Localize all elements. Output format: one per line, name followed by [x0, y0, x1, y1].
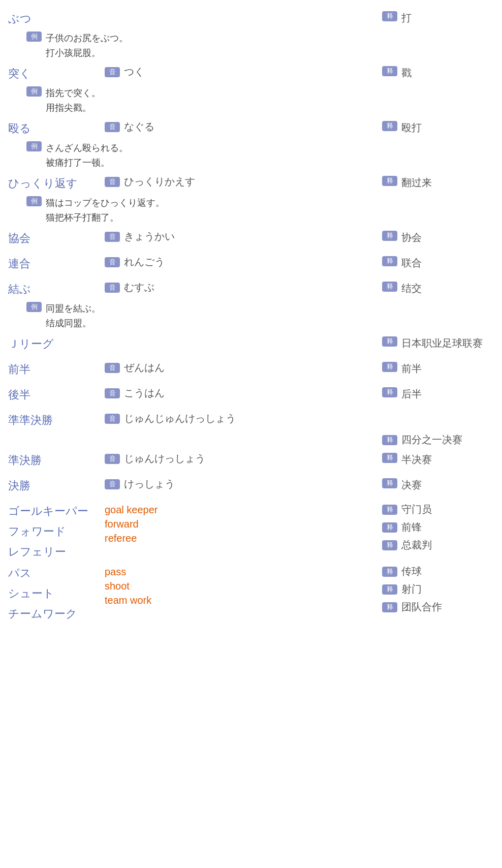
on-badge-kohan: 音 — [105, 388, 120, 398]
kanji-goalkeeper: ゴールキーパー — [8, 503, 105, 519]
kanji-group-col: ゴールキーパー フォワード レフェリー — [8, 503, 105, 560]
right-kohan: 释 后半 — [382, 386, 494, 401]
center-tsuku: 音 つく — [105, 65, 382, 79]
center-zenhan: 音 ぜんはん — [105, 361, 382, 375]
meaning-kessho: 决赛 — [401, 478, 422, 492]
entry-junketsu: 準決勝 音 じゅんけっしょう 释 半决赛 — [8, 452, 494, 472]
center-musubu: 音 むすぶ — [105, 281, 382, 294]
english-teamwork: team work — [105, 593, 382, 607]
english-forward: forward — [105, 517, 382, 531]
entry-goalkeeper-group: ゴールキーパー フォワード レフェリー goal keeper forward … — [8, 503, 494, 560]
example-butsu: 例 子供のお尻をぶつ。 打小孩屁股。 — [8, 32, 494, 60]
meaning-inner-junprepare: 释 四分之一决赛 — [382, 433, 494, 447]
meaning-row-teamwork: 释 团队合作 — [382, 600, 494, 614]
meaning-row-referee: 释 总裁判 — [382, 538, 494, 552]
on-badge-kessho: 音 — [105, 479, 120, 489]
kanji-butsu: ぶつ — [8, 10, 105, 26]
reading-tsuku: つく — [124, 65, 144, 79]
reading-naguru: なぐる — [124, 120, 154, 134]
meaning-junprepare: 四分之一决赛 — [401, 433, 462, 447]
example-jp-naguru: さんざん殴られる。 — [46, 141, 128, 155]
meaning-shoot: 射门 — [401, 582, 422, 596]
entry-hikkuri: ひっくり返す 音 ひっくりかえす 释 翻过来 例 猫はコップをひっくり返す。 猫… — [8, 175, 494, 225]
kanji-zenhan: 前半 — [8, 361, 105, 377]
entry-naguru: 殴る 音 なぐる 释 殴打 例 さんざん殴られる。 被痛打了一顿。 — [8, 120, 494, 170]
rei-badge-tsuku: 例 — [26, 86, 42, 97]
kanji-referee: レフェリー — [8, 543, 105, 560]
on-badge-tsuku: 音 — [105, 67, 120, 77]
kanji-forward: フォワード — [8, 523, 105, 539]
meaning-badge-butsu: 释 — [382, 11, 397, 21]
rei-badge-butsu: 例 — [26, 32, 42, 42]
meaning-forward: 前锋 — [401, 520, 422, 534]
on-badge-hikkuri: 音 — [105, 177, 120, 187]
example-jp-musubu: 同盟を結ぶ。 — [46, 302, 101, 316]
english-pass-group: pass shoot team work — [105, 565, 382, 607]
meaning-badge-tsuku: 释 — [382, 66, 397, 76]
center-kyokai: 音 きょうかい — [105, 230, 382, 243]
center-kessho: 音 けっしょう — [105, 477, 382, 491]
right-tsuku: 释 戳 — [382, 65, 494, 80]
meaning-badge-rengo: 释 — [382, 256, 397, 266]
example-cn-naguru: 被痛打了一顿。 — [26, 156, 494, 170]
meaning-badge-junprepare: 释 — [382, 435, 397, 445]
right-musubu: 释 结交 — [382, 281, 494, 295]
right-naguru: 释 殴打 — [382, 120, 494, 135]
entry-musubu: 結ぶ 音 むすぶ 释 结交 例 同盟を結ぶ。 结成同盟。 — [8, 281, 494, 330]
reading-zenhan: ぜんはん — [124, 361, 165, 375]
meaning-kohan: 后半 — [401, 387, 422, 401]
reading-junketsu: じゅんけっしょう — [124, 452, 205, 466]
meaning-butsu: 打 — [401, 11, 412, 25]
kanji-rengo: 連合 — [8, 255, 105, 271]
meaning-badge-kohan: 释 — [382, 387, 397, 397]
meaning-pass: 传球 — [401, 565, 422, 578]
meaning-badge-zenhan: 释 — [382, 362, 397, 372]
example-cn-tsuku: 用指尖戳。 — [26, 101, 494, 115]
english-pass-group-col: pass shoot team work — [105, 565, 382, 607]
kanji-pass: パス — [8, 565, 105, 581]
example-cn-butsu: 打小孩屁股。 — [26, 46, 494, 60]
kanji-pass-group-col: パス シュート チームワーク — [8, 565, 105, 622]
english-group-col: goal keeper forward referee — [105, 503, 382, 545]
center-naguru: 音 なぐる — [105, 120, 382, 134]
meaning-badge-musubu: 释 — [382, 282, 397, 292]
meaning-kyokai: 协会 — [401, 231, 422, 244]
meaning-pass-group-col: 释 传球 释 射门 释 团队合作 — [382, 565, 494, 614]
on-badge-kyokai: 音 — [105, 232, 120, 242]
example-cn-musubu: 结成同盟。 — [26, 317, 494, 330]
meaning-badge-kyokai: 释 — [382, 231, 397, 241]
example-tsuku: 例 指先で突く。 用指尖戳。 — [8, 86, 494, 115]
meaning-badge-hikkuri: 释 — [382, 176, 397, 186]
meaning-badge-kessho: 释 — [382, 478, 397, 488]
reading-kessho: けっしょう — [124, 477, 175, 491]
example-jp-hikkuri: 猫はコップをひっくり返す。 — [46, 196, 165, 210]
entry-rengo: 連合 音 れんごう 释 联合 — [8, 255, 494, 275]
entry-butsu: ぶつ 释 打 例 子供のお尻をぶつ。 打小孩屁股。 — [8, 10, 494, 60]
kanji-hikkuri: ひっくり返す — [8, 175, 105, 191]
entry-jleague: Ｊリーグ 释 日本职业足球联赛 — [8, 335, 494, 356]
meaning-badge-goalkeeper: 释 — [382, 505, 397, 515]
example-musubu: 例 同盟を結ぶ。 结成同盟。 — [8, 302, 494, 330]
english-pass: pass — [105, 565, 382, 579]
kanji-naguru: 殴る — [8, 120, 105, 136]
meaning-badge-referee: 释 — [382, 540, 397, 550]
meaning-badge-naguru: 释 — [382, 121, 397, 131]
entry-junprepare: 準準決勝 音 じゅんじゅんけっしょう 释 四分之一决赛 — [8, 412, 494, 447]
right-kessho: 释 决赛 — [382, 477, 494, 492]
center-rengo: 音 れんごう — [105, 255, 382, 269]
entry-kessho: 決勝 音 けっしょう 释 决赛 — [8, 477, 494, 498]
on-badge-naguru: 音 — [105, 122, 120, 132]
reading-kyokai: きょうかい — [124, 230, 175, 243]
meaning-hikkuri: 翻过来 — [401, 176, 432, 190]
example-hikkuri: 例 猫はコップをひっくり返す。 猫把杯子打翻了。 — [8, 196, 494, 225]
meaning-badge-jleague: 释 — [382, 336, 397, 347]
english-goalkeeper: goal keeper — [105, 503, 382, 517]
kanji-kessho: 決勝 — [8, 477, 105, 493]
on-badge-junprepare: 音 — [105, 414, 120, 424]
meaning-goalkeeper: 守门员 — [401, 503, 432, 516]
right-jleague: 释 日本职业足球联赛 — [382, 335, 494, 350]
meaning-referee: 总裁判 — [401, 538, 432, 552]
meaning-row-shoot: 释 射门 — [382, 582, 494, 596]
example-jp-butsu: 子供のお尻をぶつ。 — [46, 32, 128, 45]
rei-badge-musubu: 例 — [26, 302, 42, 312]
